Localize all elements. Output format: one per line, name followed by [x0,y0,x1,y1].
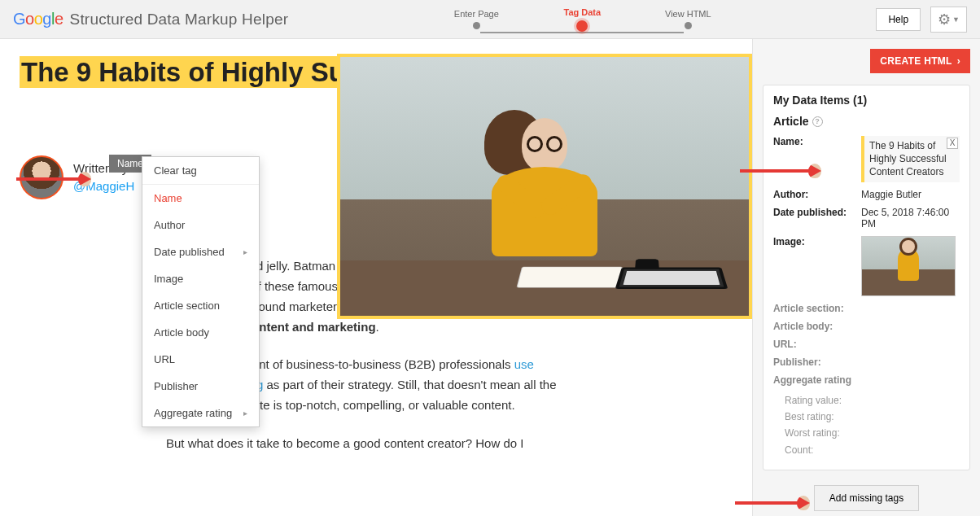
gear-icon: ⚙ [938,11,951,28]
create-html-button[interactable]: CREATE HTML › [870,49,970,73]
data-items-sidebar: CREATE HTML › My Data Items (1) Article … [752,39,980,516]
menu-label: Aggregate rating [154,407,232,419]
menu-label: Date published [154,246,225,258]
field-value-image-thumb[interactable] [861,236,956,296]
field-value-date: Dec 5, 2018 7:46:00 PM [861,207,960,230]
field-value-name[interactable]: The 9 Habits of Highly Successful Conten… [861,136,960,182]
app-title: Structured Data Markup Helper [70,11,289,28]
tag-context-menu: Clear tag Name Author Date published ▸ I… [142,156,260,427]
field-label-publisher: Publisher: [773,356,861,368]
subfield-worst-rating: Worst rating: [785,425,960,441]
menu-clear-tag[interactable]: Clear tag [142,157,259,185]
add-missing-tags-button[interactable]: Add missing tags [814,485,919,511]
menu-date-published[interactable]: Date published ▸ [142,238,259,265]
menu-aggregate-rating[interactable]: Aggregate rating ▸ [142,400,259,426]
field-label-image: Image: [773,236,861,247]
field-label-url: URL: [773,339,861,350]
annotation-arrow-icon [16,177,80,181]
field-label-date: Date published: [773,207,861,218]
menu-name[interactable]: Name [142,185,259,212]
paragraph: But what does it take to become a good c… [166,434,565,454]
chevron-right-icon: › [957,55,960,67]
dropdown-caret-icon: ▼ [952,15,960,24]
chevron-right-icon: ▸ [243,409,247,418]
menu-article-body[interactable]: Article body [142,319,259,346]
help-icon[interactable]: ? [812,116,823,127]
field-value-author: Maggie Butler [861,189,960,200]
field-label-author: Author: [773,189,861,200]
google-logo: Google [13,10,63,28]
subfield-count: Count: [785,442,960,458]
menu-publisher[interactable]: Publisher [142,373,259,400]
annotation-arrow-icon [740,169,810,173]
remove-tag-button[interactable]: X [947,138,958,149]
step-tag-data[interactable]: Tag Data [529,7,635,32]
annotation-arrow-icon [735,501,798,505]
step-view-html[interactable]: View HTML [635,9,741,29]
subfield-rating-value: Rating value: [785,392,960,409]
settings-menu-button[interactable]: ⚙ ▼ [930,7,967,33]
step-label: Tag Data [564,7,602,17]
step-enter-page[interactable]: Enter Page [423,9,529,29]
menu-image[interactable]: Image [142,265,259,292]
field-label-aggregate: Aggregate rating [773,374,861,386]
panel-heading: My Data Items (1) [773,94,960,107]
field-label-body: Article body: [773,321,861,332]
subfield-best-rating: Best rating: [785,409,960,425]
field-label-name: Name: [773,136,861,147]
field-label-section: Article section: [773,303,861,314]
button-label: CREATE HTML [880,55,952,67]
step-label: Enter Page [454,9,499,19]
data-items-panel: My Data Items (1) Article ? Name: The 9 … [763,85,970,470]
help-button[interactable]: Help [876,8,921,31]
menu-url[interactable]: URL [142,346,259,373]
chevron-right-icon: ▸ [243,247,247,256]
step-label: View HTML [665,9,711,19]
menu-author[interactable]: Author [142,212,259,238]
schema-type-label: Article [773,115,809,128]
aggregate-subfields: Rating value: Best rating: Worst rating:… [773,392,960,459]
hero-image[interactable] [337,54,752,319]
top-bar: Google Structured Data Markup Helper Ent… [0,0,980,39]
menu-article-section[interactable]: Article section [142,292,259,319]
page-preview[interactable]: The 9 Habits of Highly Successful Conten… [0,39,752,516]
wizard-steps: Enter Page Tag Data View HTML [288,7,876,32]
